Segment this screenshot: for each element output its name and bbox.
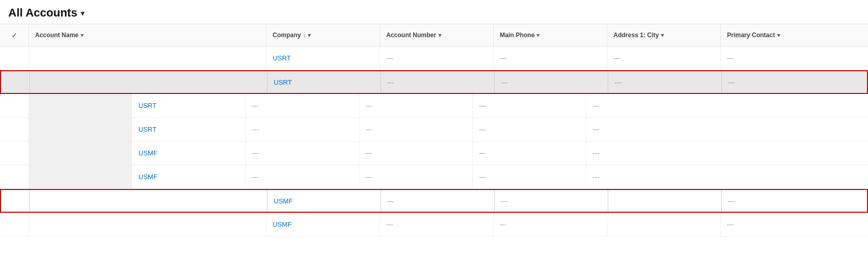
- row-2-account-number: ---: [381, 71, 495, 93]
- row-1-company-link[interactable]: USRT: [273, 54, 291, 62]
- row-8-account-name[interactable]: [29, 213, 266, 236]
- row-7-primary-contact: ---: [722, 190, 867, 212]
- sort-icon-company-chevron[interactable]: ▾: [308, 32, 311, 39]
- table-row[interactable]: USMF --- --- ---: [0, 213, 868, 237]
- table-header-row: ✓ Account Name ▾ Company ↓ ▾ Account Num…: [0, 24, 868, 46]
- row-1-account-name[interactable]: [29, 46, 266, 70]
- sort-icon-main-phone[interactable]: ▾: [536, 32, 540, 39]
- table-row[interactable]: USMF --- --- --- ---: [0, 141, 868, 165]
- row-5-account-number: ---: [246, 141, 359, 165]
- row-4-account-name-blurred: [29, 118, 132, 141]
- account-name-header-label[interactable]: Account Name ▾: [35, 31, 84, 39]
- row-1-main-phone: ---: [494, 46, 607, 70]
- row-8-address-city: [607, 213, 721, 236]
- accounts-table: ✓ Account Name ▾ Company ↓ ▾ Account Num…: [0, 24, 868, 237]
- row-6-main-phone: ---: [359, 165, 473, 188]
- table-row[interactable]: USRT --- --- --- ---: [0, 46, 868, 70]
- row-2-address-city: ---: [608, 71, 722, 93]
- row-3-company: USRT: [132, 94, 246, 117]
- address-city-header-label[interactable]: Address 1: City ▾: [613, 31, 664, 39]
- row-1-primary-contact: ---: [721, 46, 868, 70]
- row-4-account-number: ---: [246, 118, 359, 141]
- row-8-account-number: ---: [380, 213, 494, 236]
- row-8-company-link[interactable]: USMF: [273, 220, 292, 228]
- row-7-main-phone: ---: [495, 190, 608, 212]
- row-1-account-number: ---: [380, 46, 494, 70]
- sort-icon-account-name[interactable]: ▾: [81, 32, 84, 39]
- table-row[interactable]: USRT --- --- --- ---: [0, 70, 868, 94]
- row-8-primary-contact: ---: [721, 213, 868, 236]
- row-6-company: USMF: [132, 165, 246, 188]
- row-2-primary-contact: ---: [722, 71, 867, 93]
- row-3-primary-contact: ---: [587, 94, 868, 117]
- header-address-city-col[interactable]: Address 1: City ▾: [607, 24, 721, 46]
- row-3-account-number: ---: [246, 94, 359, 117]
- row-5-main-phone: ---: [359, 141, 473, 165]
- row-3-check[interactable]: [0, 94, 29, 117]
- row-5-account-name-blurred: [29, 141, 132, 165]
- row-4-company: USRT: [132, 118, 246, 141]
- row-6-account-name-blurred: [29, 165, 132, 188]
- header-account-name-col[interactable]: Account Name ▾: [29, 24, 266, 46]
- row-5-company: USMF: [132, 141, 246, 165]
- table-row[interactable]: USRT --- --- --- ---: [0, 118, 868, 141]
- row-5-check[interactable]: [0, 141, 29, 165]
- row-6-address-city: ---: [473, 165, 587, 188]
- row-1-company: USRT: [266, 46, 380, 70]
- row-2-account-name[interactable]: [30, 71, 267, 93]
- row-6-check[interactable]: [0, 165, 29, 188]
- row-8-company: USMF: [266, 213, 380, 236]
- row-4-main-phone: ---: [359, 118, 473, 141]
- main-phone-header-label[interactable]: Main Phone ▾: [500, 31, 540, 39]
- chevron-down-icon[interactable]: ▾: [81, 8, 85, 18]
- table-body: USRT --- --- --- --- USRT ---: [0, 46, 868, 237]
- row-1-address-city: ---: [607, 46, 721, 70]
- header-company-col[interactable]: Company ↓ ▾: [266, 24, 380, 46]
- row-7-company-link[interactable]: USMF: [274, 197, 293, 205]
- header-account-number-col[interactable]: Account Number ▾: [380, 24, 494, 46]
- company-header-label[interactable]: Company ↓ ▾: [273, 31, 311, 39]
- account-number-header-label[interactable]: Account Number ▾: [386, 31, 441, 39]
- page-header: All Accounts ▾: [0, 0, 868, 24]
- sort-icon-address-city[interactable]: ▾: [661, 32, 664, 39]
- row-7-company: USMF: [267, 190, 381, 212]
- row-2-company-link[interactable]: USRT: [274, 78, 292, 86]
- row-5-company-link[interactable]: USMF: [138, 149, 157, 157]
- sort-icon-company-desc[interactable]: ↓: [303, 32, 306, 38]
- table-row[interactable]: USMF --- --- --- ---: [0, 165, 868, 189]
- sort-icon-account-number[interactable]: ▾: [438, 32, 441, 39]
- row-2-main-phone: ---: [495, 71, 608, 93]
- row-6-account-number: ---: [246, 165, 359, 188]
- row-6-primary-contact: ---: [587, 165, 868, 188]
- row-7-account-number: ---: [381, 190, 495, 212]
- row-4-company-link[interactable]: USRT: [138, 125, 156, 133]
- row-4-check[interactable]: [0, 118, 29, 141]
- row-7-account-name[interactable]: [30, 190, 267, 212]
- row-7-address-city: [608, 190, 722, 212]
- row-2-company: USRT: [267, 71, 381, 93]
- row-8-check[interactable]: [0, 213, 29, 236]
- row-6-company-link[interactable]: USMF: [138, 173, 157, 181]
- page-title: All Accounts: [8, 6, 77, 20]
- row-1-check[interactable]: [0, 46, 29, 70]
- row-5-address-city: ---: [473, 141, 587, 165]
- row-3-main-phone: ---: [359, 94, 473, 117]
- row-4-address-city: ---: [473, 118, 587, 141]
- row-3-account-name-blurred: [29, 94, 132, 117]
- header-main-phone-col[interactable]: Main Phone ▾: [494, 24, 607, 46]
- header-primary-contact-col[interactable]: Primary Contact ▾: [721, 24, 868, 46]
- sort-icon-primary-contact[interactable]: ▾: [777, 32, 780, 39]
- table-row[interactable]: USRT --- --- --- ---: [0, 94, 868, 118]
- row-3-company-link[interactable]: USRT: [138, 102, 156, 109]
- primary-contact-header-label[interactable]: Primary Contact ▾: [727, 31, 780, 39]
- row-3-address-city: ---: [473, 94, 587, 117]
- row-2-check[interactable]: [1, 71, 30, 93]
- table-row[interactable]: USMF --- --- ---: [0, 189, 868, 213]
- header-check-col[interactable]: ✓: [0, 24, 29, 46]
- row-4-primary-contact: ---: [587, 118, 868, 141]
- select-all-checkmark[interactable]: ✓: [11, 31, 18, 39]
- row-7-check[interactable]: [1, 190, 30, 212]
- row-5-primary-contact: ---: [587, 141, 868, 165]
- row-8-main-phone: ---: [494, 213, 607, 236]
